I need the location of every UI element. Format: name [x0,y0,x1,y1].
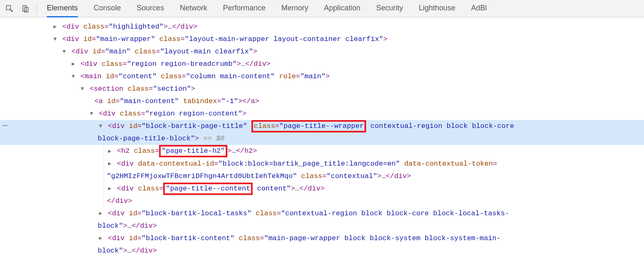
expand-arrow-icon[interactable]: ▼ [98,120,104,132]
highlight-box: class="page-title--wrapper [251,120,366,132]
elements-dom-tree[interactable]: ▶ <div class="highlighted">…</div> ▼ <di… [0,17,644,260]
tab-console[interactable]: Console [94,0,121,17]
dom-node[interactable]: <a id="main-content" tabindex="-1"></a> [0,95,644,108]
dom-node[interactable]: ▶ <div id="block-bartik-content" class="… [0,232,644,245]
dom-node[interactable]: ▶ <div class="region region-breadcrumb">… [0,58,644,70]
dom-node[interactable]: ▶ <h2 class="page-title-h2">…</h2> [0,145,644,157]
gutter-more-icon[interactable]: ⋯ [2,120,8,132]
dom-node[interactable]: ▼ <div id="main" class="layout-main clea… [0,46,644,58]
dom-node[interactable]: ▶ <div class="highlighted">…</div> [0,21,644,33]
dom-node-selected[interactable]: block-page-title-block"> == $0 [0,132,644,145]
tab-application[interactable]: Application [324,0,360,17]
dom-node[interactable]: ▶ <div id="block-bartik-local-tasks" cla… [0,207,644,220]
devtools-toolbar: Elements Console Sources Network Perform… [0,0,644,17]
tab-performance[interactable]: Performance [223,0,265,17]
tab-security[interactable]: Security [376,0,403,17]
dom-node[interactable]: ▼ <div class="region region-content"> [0,108,644,120]
tab-sources[interactable]: Sources [137,0,164,17]
dom-node[interactable]: </div> [0,195,644,207]
highlight-box: "page-title-h2" [159,145,227,157]
expand-arrow-icon[interactable]: ▼ [52,33,58,46]
tab-elements[interactable]: Elements [47,0,78,17]
dom-node[interactable]: ▼ <main id="content" class="column main-… [0,70,644,83]
dom-node[interactable]: "g2HMIzFFMjoxwTFBcmriDFhgn4Artd0UbtIehTe… [0,170,644,183]
expand-arrow-icon[interactable]: ▼ [80,83,85,95]
devtools-tabs: Elements Console Sources Network Perform… [41,0,487,17]
dom-node[interactable]: ▼ <section class="section"> [0,83,644,95]
expand-arrow-icon[interactable]: ▶ [107,183,113,195]
dom-node[interactable]: ▼ <div id="main-wrapper" class="layout-m… [0,33,644,46]
tab-memory[interactable]: Memory [281,0,308,17]
expand-arrow-icon[interactable]: ▼ [89,108,94,120]
dom-node-selected[interactable]: ⋯ ▼ <div id="block-bartik-page-title" cl… [0,120,644,132]
expand-arrow-icon[interactable]: ▼ [70,70,76,83]
inspect-element-icon[interactable] [3,2,16,15]
toolbar-divider [36,3,37,14]
highlight-box: "page-title--content [163,183,253,195]
dom-node[interactable]: block">…</div> [0,245,644,257]
dom-node[interactable]: ▶ <div class="page-title--content conten… [0,183,644,195]
expand-arrow-icon[interactable]: ▶ [70,58,76,70]
expand-arrow-icon[interactable]: ▶ [107,158,113,170]
expand-arrow-icon[interactable]: ▶ [98,232,104,245]
tab-lighthouse[interactable]: Lighthouse [419,0,455,17]
dom-node[interactable]: ▶ <div data-contextual-id="block:block=b… [0,158,644,170]
tab-network[interactable]: Network [180,0,207,17]
expand-arrow-icon[interactable]: ▶ [107,145,113,158]
tab-adblock[interactable]: AdBl [471,0,487,17]
expand-arrow-icon[interactable]: ▼ [61,46,67,58]
device-toggle-icon[interactable] [19,2,31,15]
expand-arrow-icon[interactable]: ▶ [52,21,58,33]
dom-node[interactable]: block">…</div> [0,220,644,232]
expand-arrow-icon[interactable]: ▶ [98,207,104,220]
